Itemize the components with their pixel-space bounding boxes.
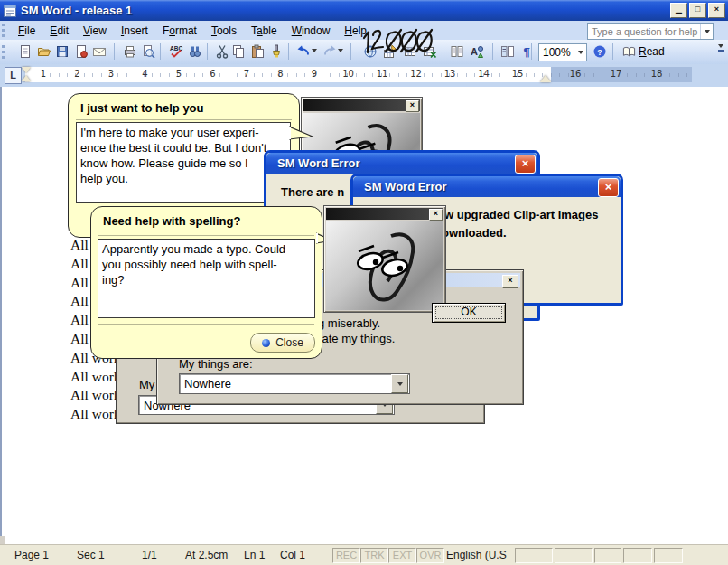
toolbar-button-permission[interactable]: [72, 42, 90, 61]
menu-item-insert[interactable]: Insert: [114, 23, 155, 39]
things-front-combobox[interactable]: Nowhere: [179, 373, 410, 394]
toolbar-button-document-map[interactable]: [499, 42, 517, 61]
toolbar-button-spelling-grammar[interactable]: ABC: [167, 42, 185, 61]
menu-item-file[interactable]: File: [11, 23, 42, 39]
error-front-titlebar[interactable]: SM Word Error: [353, 176, 621, 197]
ruler-number: 15: [512, 69, 524, 79]
toolbar-button-mail[interactable]: [90, 42, 108, 61]
read-button[interactable]: Read: [618, 42, 669, 61]
menu-item-table[interactable]: Table: [244, 23, 285, 39]
toolbar-separator: [207, 43, 208, 60]
status-toggle-trk[interactable]: TRK: [360, 548, 388, 563]
document-text-line: All: [70, 237, 89, 253]
dropdown-arrow-icon[interactable]: [312, 49, 317, 52]
status-toggle-ovr[interactable]: OVR: [416, 548, 444, 563]
document-text-line: All: [70, 275, 89, 291]
menu-item-edit[interactable]: Edit: [42, 23, 76, 39]
toolbar-button-new-document[interactable]: [16, 42, 34, 61]
menubar-drag-handle[interactable]: [2, 24, 7, 37]
ruler-number: 9: [312, 69, 317, 79]
open-icon: [37, 44, 51, 59]
toolbar-options-button[interactable]: [716, 44, 725, 60]
help-icon: ?: [593, 44, 607, 59]
error-back-titlebar[interactable]: SM Word Error: [266, 153, 537, 174]
ruler-number: 1: [41, 69, 46, 79]
status-empty-cell: [594, 548, 621, 563]
status-field: Col 1: [280, 549, 305, 561]
status-toggle-ext[interactable]: EXT: [388, 548, 416, 563]
chevron-down-icon: [705, 30, 710, 33]
toolbar-separator: [288, 43, 289, 60]
redo-icon: [322, 44, 337, 59]
minimize-button[interactable]: ▁: [670, 3, 687, 18]
first-line-indent-marker[interactable]: [22, 67, 31, 73]
ruler-number: 10: [342, 69, 354, 79]
menu-item-window[interactable]: Window: [285, 23, 338, 39]
menu-item-tools[interactable]: Tools: [204, 23, 244, 39]
clippy-window-titlebar: ×: [303, 99, 420, 111]
document-text-line: All: [70, 256, 89, 272]
close-icon[interactable]: ×: [598, 178, 619, 197]
things-front-combo-dropdown[interactable]: [391, 374, 408, 393]
ruler-number: 14: [478, 69, 490, 79]
error-front-title: SM Word Error: [353, 180, 447, 193]
close-icon[interactable]: ×: [502, 275, 518, 288]
toolbar-button-open[interactable]: [35, 42, 53, 61]
document-map-icon: [500, 44, 515, 59]
menu-item-view[interactable]: View: [76, 23, 114, 39]
status-toggle-rec[interactable]: REC: [332, 548, 360, 563]
horizontal-ruler[interactable]: 123456789101112131415161718 L: [0, 64, 728, 87]
error-front-message-line2: ownloaded.: [442, 226, 507, 240]
status-field: Page 1: [14, 549, 49, 561]
status-field: 1/1: [142, 549, 157, 561]
ruler-number: 8: [277, 69, 283, 79]
document-text-line: All work: [70, 406, 121, 422]
toolbar-button-print-preview[interactable]: [139, 42, 157, 61]
toolbar-drag-handle[interactable]: [2, 45, 7, 59]
view-buttons-nub[interactable]: [0, 536, 5, 544]
maximize-button[interactable]: □: [689, 3, 706, 18]
menu-item-format[interactable]: Format: [155, 23, 204, 39]
status-language[interactable]: English (U.S: [446, 549, 507, 561]
chevron-down-icon: [578, 51, 583, 54]
print-icon: [123, 44, 137, 59]
help-button[interactable]: ?: [591, 42, 609, 61]
close-button[interactable]: ×: [708, 3, 725, 18]
toolbar-button-columns[interactable]: [448, 42, 466, 61]
toolbar-button-drawing[interactable]: A: [468, 42, 486, 61]
toolbar-button-redo[interactable]: [321, 42, 339, 61]
things-front-text-line2: g miserably.: [318, 316, 380, 330]
toolbar-button-print[interactable]: [121, 42, 139, 61]
application-window: SM Word - release 1 ▁ □ × FileEditViewIn…: [0, 0, 728, 565]
toolbar-button-undo[interactable]: [294, 42, 313, 61]
close-icon[interactable]: ×: [429, 209, 443, 221]
ask-question-dropdown[interactable]: [700, 24, 713, 39]
toolbar-button-paste[interactable]: [248, 42, 266, 61]
clippy-window-middle: ×: [323, 205, 446, 313]
right-indent-marker[interactable]: [540, 75, 551, 82]
status-empty-cell: [515, 548, 553, 563]
zoom-dropdown[interactable]: [574, 44, 586, 61]
close-icon[interactable]: ×: [406, 100, 419, 112]
toolbar-button-cut[interactable]: [213, 42, 231, 61]
things-front-text-line3: cate my things.: [316, 332, 395, 345]
document-text-line: All: [70, 293, 89, 309]
ok-button-label: OK: [461, 306, 476, 318]
zoom-combobox[interactable]: 100%: [538, 43, 587, 61]
toolbar-button-show-paragraph[interactable]: ¶: [518, 42, 537, 61]
toolbar-button-copy[interactable]: [229, 42, 247, 61]
format-painter-icon: [269, 44, 284, 59]
toolbar-button-research[interactable]: [186, 42, 204, 61]
toolbar-separator: [492, 43, 493, 60]
close-icon[interactable]: ×: [515, 155, 536, 174]
hanging-indent-marker[interactable]: [22, 75, 31, 81]
new-document-icon: [18, 44, 33, 59]
tab-selector[interactable]: L: [5, 67, 22, 84]
balloon-close-button[interactable]: Close: [250, 333, 315, 353]
read-book-icon: [622, 45, 636, 59]
toolbar-button-save[interactable]: [53, 42, 71, 61]
ok-button[interactable]: OK: [432, 303, 506, 323]
ask-question-box[interactable]: Type a question for help: [587, 23, 714, 40]
toolbar-button-format-painter[interactable]: [267, 42, 285, 61]
dropdown-arrow-icon[interactable]: [338, 49, 343, 52]
